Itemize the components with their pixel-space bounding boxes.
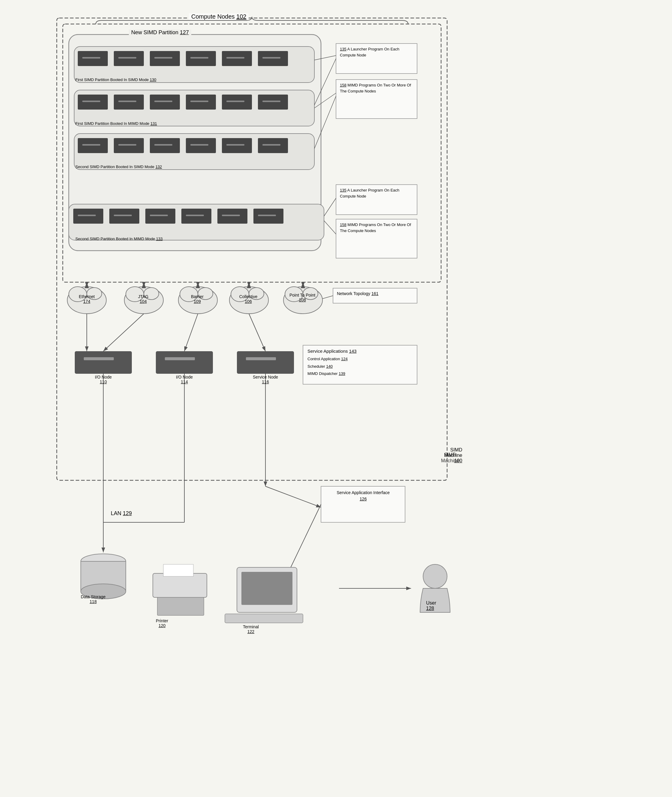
svg-rect-117: [157, 597, 204, 615]
svg-rect-51: [253, 209, 283, 224]
svg-line-67: [324, 220, 336, 234]
barrier-cloud-label: Barrier 109: [179, 294, 215, 304]
svg-rect-113: [81, 561, 126, 591]
svg-rect-16: [118, 57, 136, 59]
svg-rect-9: [78, 51, 108, 66]
svg-rect-43: [226, 144, 245, 145]
svg-rect-56: [222, 215, 240, 216]
svg-rect-4: [63, 24, 441, 282]
svg-point-121: [423, 564, 447, 588]
annotation-box-2: 158 MIMD Programs On Two Or More Of The …: [337, 80, 416, 96]
partition-row-1-label: First SIMD Partition Booted In SIMD Mode…: [75, 77, 157, 82]
svg-rect-31: [226, 101, 245, 102]
svg-rect-119: [242, 572, 293, 605]
svg-rect-42: [190, 144, 208, 145]
svg-rect-12: [186, 51, 216, 66]
svg-rect-24: [186, 94, 216, 110]
svg-rect-47: [109, 209, 139, 224]
svg-rect-91: [84, 357, 114, 360]
svg-rect-28: [118, 101, 136, 102]
svg-rect-37: [222, 138, 252, 153]
compute-nodes-label: Compute Nodes 102: [189, 13, 249, 20]
service-node-label: Service Node 116: [237, 375, 294, 384]
svg-rect-20: [262, 57, 280, 59]
io-node-1-label: I/O Node 110: [75, 375, 132, 384]
partition-row-2-label: First SIMD Partition Booted In MIMD Mode…: [75, 121, 157, 126]
svg-rect-120: [225, 614, 303, 623]
svg-rect-38: [258, 138, 288, 153]
svg-rect-90: [75, 351, 132, 374]
svg-rect-118: [237, 567, 297, 612]
jtag-cloud-label: JTAG 104: [125, 294, 161, 304]
svg-rect-7: [74, 90, 314, 126]
service-apps-title: Service Applications 143: [307, 348, 413, 354]
annotation-box-4: 158 MIMD Programs On Two Or More Of The …: [337, 220, 416, 235]
svg-line-98: [249, 314, 266, 351]
data-storage-label: Data Storage 118: [81, 594, 106, 604]
svg-rect-55: [186, 215, 204, 216]
svg-rect-41: [154, 144, 172, 145]
svg-rect-34: [114, 138, 144, 153]
ethernet-cloud-label: Ethernet 174: [69, 294, 105, 304]
annotation-box-1: 135 A Launcher Program On Each Compute N…: [337, 45, 416, 60]
partition-row-4-label: Second SIMD Partition Booted In MIMD Mod…: [75, 236, 163, 241]
collective-cloud-label: Collective 106: [230, 294, 266, 304]
svg-rect-6: [74, 46, 314, 83]
svg-rect-39: [82, 144, 100, 145]
svg-rect-30: [190, 101, 208, 102]
svg-point-112: [81, 554, 126, 569]
svg-rect-54: [150, 215, 168, 216]
svg-rect-33: [78, 138, 108, 153]
svg-line-84: [323, 295, 333, 299]
io-node-2-label: I/O Node 114: [156, 375, 213, 384]
svg-rect-29: [154, 101, 172, 102]
svg-rect-92: [156, 351, 213, 374]
svg-rect-8: [74, 134, 314, 169]
svg-line-64: [314, 93, 336, 108]
simd-machine-label: SIMDMachine 100: [444, 447, 462, 463]
svg-rect-93: [165, 357, 195, 360]
svg-rect-14: [258, 51, 288, 66]
svg-line-96: [103, 314, 144, 351]
svg-rect-11: [150, 51, 180, 66]
svg-rect-18: [190, 57, 208, 59]
svg-rect-5: [69, 35, 321, 251]
svg-line-66: [324, 198, 336, 216]
svg-rect-27: [82, 101, 100, 102]
svg-rect-40: [118, 144, 136, 145]
svg-rect-57: [258, 215, 276, 216]
svg-rect-116: [163, 564, 194, 577]
svg-rect-46: [73, 209, 103, 224]
svg-rect-53: [114, 215, 132, 216]
svg-rect-13: [222, 51, 252, 66]
svg-rect-94: [237, 351, 294, 374]
svg-rect-50: [218, 209, 247, 224]
svg-line-97: [184, 314, 198, 351]
svg-rect-15: [82, 57, 100, 59]
svg-rect-95: [246, 357, 276, 360]
svg-rect-23: [150, 94, 180, 110]
svg-rect-17: [154, 57, 172, 59]
svg-rect-22: [114, 94, 144, 110]
svg-rect-25: [222, 94, 252, 110]
svg-rect-52: [78, 215, 96, 216]
new-simd-partition-label: New SIMD Partition 127: [129, 29, 191, 36]
svg-line-110: [285, 504, 321, 579]
svg-rect-115: [153, 573, 207, 597]
diagram-svg: SIMD Machine: [51, 12, 621, 781]
svg-rect-26: [258, 94, 288, 110]
svg-rect-49: [181, 209, 211, 224]
svg-line-63: [314, 59, 336, 105]
svg-rect-36: [186, 138, 216, 153]
service-apps-box: Service Applications 143 Control Applica…: [304, 346, 416, 380]
annotation-box-3: 135 A Launcher Program On Each Compute N…: [337, 185, 416, 201]
svg-line-108: [266, 486, 321, 507]
sai-box: Service Application Interface 126: [322, 487, 405, 505]
lan-label: LAN 129: [111, 510, 132, 517]
svg-rect-19: [226, 57, 245, 59]
svg-line-65: [314, 96, 336, 149]
svg-rect-48: [145, 209, 175, 224]
network-topology-box: Network Topology 161: [334, 289, 416, 298]
printer-label: Printer 120: [156, 618, 168, 628]
svg-rect-32: [262, 101, 280, 102]
